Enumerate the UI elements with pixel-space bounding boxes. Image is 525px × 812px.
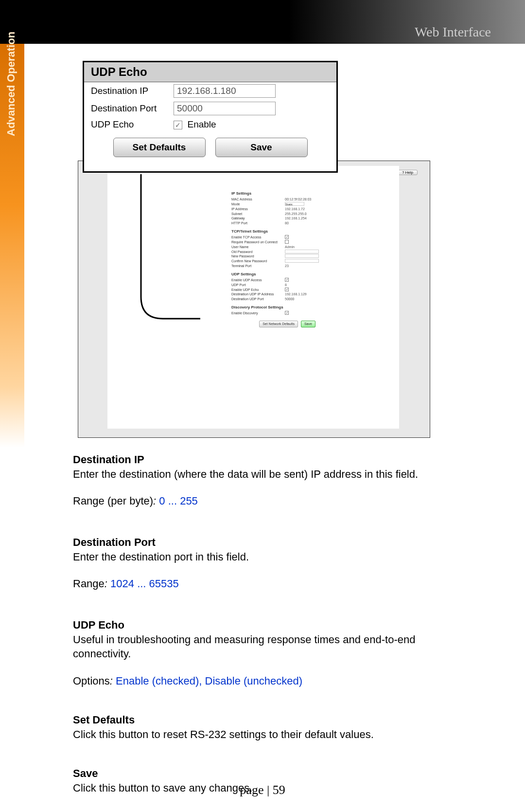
desc-udp-echo: UDP Echo Useful in troubleshooting and m… xyxy=(73,618,462,688)
opt-value: Enable (checked), Disable (unchecked) xyxy=(116,675,302,687)
desc-title: Destination IP xyxy=(73,452,462,467)
desc-title: UDP Echo xyxy=(73,618,462,632)
range-prefix: Range xyxy=(73,577,105,590)
desc-title: Save xyxy=(73,766,462,781)
udp-echo-enable-text: Enable xyxy=(187,119,216,129)
desc-text: Enter the destination port in this field… xyxy=(73,550,462,564)
page-number: page | 59 xyxy=(0,783,525,797)
desc-title: Destination Port xyxy=(73,535,462,550)
set-defaults-button[interactable]: Set Defaults xyxy=(113,138,206,157)
desc-destination-ip: Destination IP Enter the destination (wh… xyxy=(73,452,462,508)
range-prefix: Range (per byte) xyxy=(73,495,153,507)
desc-destination-port: Destination Port Enter the destination p… xyxy=(73,535,462,591)
udp-echo-checkbox[interactable]: ✓ xyxy=(174,121,182,129)
udp-echo-label: UDP Echo xyxy=(91,119,174,130)
range-value: 1024 ... 65535 xyxy=(110,577,179,590)
desc-text: Click this button to reset RS-232 settin… xyxy=(73,727,462,742)
destination-port-label: Destination Port xyxy=(91,103,174,114)
desc-set-defaults: Set Defaults Click this button to reset … xyxy=(73,713,462,741)
desc-text: Enter the destination (where the data wi… xyxy=(73,467,462,482)
destination-port-input[interactable] xyxy=(174,102,276,115)
desc-title: Set Defaults xyxy=(73,713,462,727)
desc-text: Useful in troubleshooting and measuring … xyxy=(73,632,462,661)
panel-title: UDP Echo xyxy=(84,62,336,82)
save-button[interactable]: Save xyxy=(215,138,308,157)
destination-ip-label: Destination IP xyxy=(91,86,174,96)
range-value: 0 ... 255 xyxy=(159,495,198,507)
udp-echo-panel: UDP Echo Destination IP Destination Port… xyxy=(83,61,338,173)
destination-ip-input[interactable] xyxy=(174,84,276,98)
opt-prefix: Options xyxy=(73,675,110,687)
